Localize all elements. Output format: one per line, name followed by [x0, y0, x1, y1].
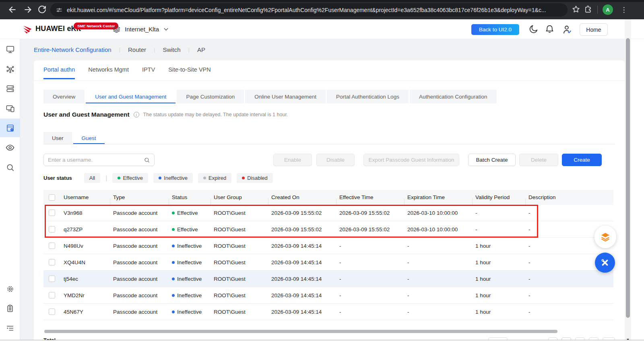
browser-menu-icon[interactable]: ⋮ — [620, 4, 627, 15]
sidebar-item-search[interactable] — [0, 158, 20, 177]
page-title-row: User and Guest Management i The status u… — [43, 111, 288, 118]
cell-effective-time: - — [336, 292, 404, 298]
batch-create-button[interactable]: Batch Create — [468, 154, 516, 166]
search-icon — [144, 157, 150, 163]
notifications-bell-icon[interactable] — [545, 24, 555, 34]
nav-router[interactable]: Router — [128, 46, 146, 53]
col-description: Description — [525, 194, 613, 200]
layers-icon — [112, 25, 121, 34]
table-row[interactable]: XQ4U4N Passcode account Ineffective ROOT… — [43, 254, 613, 271]
tab-site-to-site-vpn[interactable]: Site-to-Site VPN — [168, 66, 211, 79]
sidebar-item-logs[interactable] — [0, 299, 20, 318]
tab-portal-authentication-logs[interactable]: Portal Authentication Logs — [327, 90, 409, 103]
sidebar-item-settings[interactable] — [0, 280, 20, 298]
table-row[interactable]: V3n968 Passcode account Effective ROOT\G… — [43, 205, 613, 221]
filter-effective[interactable]: Effective — [112, 173, 148, 183]
site-name[interactable]: Internet_Klta — [125, 26, 159, 33]
cell-type: Passcode account — [110, 210, 169, 216]
tab-page-customization[interactable]: Page Customization — [177, 90, 244, 103]
nav-ap[interactable]: AP — [197, 46, 205, 53]
reload-icon[interactable] — [37, 4, 47, 15]
tab-user[interactable]: User — [43, 132, 72, 144]
create-button[interactable]: Create — [562, 154, 602, 166]
table-row[interactable]: q273ZP Passcode account Effective ROOT\G… — [43, 221, 613, 238]
subtabs-divider — [43, 144, 615, 144]
back-icon[interactable] — [6, 4, 17, 15]
cell-username: V3n968 — [60, 210, 110, 216]
cell-type: Passcode account — [110, 226, 169, 232]
filter-disabled[interactable]: Disabled — [237, 173, 273, 183]
cell-description: - — [525, 210, 613, 216]
sidebar-item-network-config[interactable] — [0, 119, 20, 137]
orange-layers-icon — [600, 231, 611, 243]
tab-guest[interactable]: Guest — [73, 132, 105, 144]
cell-validity-period: 1 hour — [472, 243, 525, 249]
extensions-icon[interactable] — [584, 5, 593, 14]
tab-networks-mgmt[interactable]: Networks Mgmt — [88, 66, 129, 79]
col-type: Type — [110, 194, 169, 200]
vertical-scrollbar-thumb[interactable] — [626, 38, 630, 318]
filter-ineffective[interactable]: Ineffective — [153, 173, 193, 183]
table-row[interactable]: tj54ec Passcode account Ineffective ROOT… — [43, 271, 613, 287]
site-selector[interactable]: Internet_Klta — [112, 23, 169, 35]
nav-entire-network[interactable]: Entire-Network Configuration — [34, 46, 111, 53]
cell-expiration-time: - — [404, 292, 472, 298]
row-checkbox[interactable] — [43, 243, 60, 249]
row-checkbox[interactable] — [43, 276, 60, 282]
user-account-icon[interactable] — [562, 24, 572, 34]
horizontal-scrollbar[interactable] — [44, 330, 557, 333]
dark-mode-moon-icon[interactable] — [528, 24, 539, 34]
row-checkbox[interactable] — [43, 210, 60, 216]
cell-expiration-time: - — [404, 259, 472, 265]
table-row[interactable]: N498Uv Passcode account Ineffective ROOT… — [43, 238, 613, 254]
row-checkbox[interactable] — [43, 309, 60, 315]
table-row[interactable]: YMD2Nr Passcode account Ineffective ROOT… — [43, 287, 613, 304]
url-text[interactable]: ekit.huawei.com/#/smeCloud/Platform?plat… — [67, 7, 546, 13]
floating-tools-button[interactable] — [595, 253, 615, 273]
select-all-checkbox[interactable] — [43, 194, 60, 201]
tab-user-guest-management[interactable]: User and Guest Management — [86, 90, 175, 103]
search-input[interactable] — [44, 157, 144, 163]
sidebar-item-servers[interactable] — [0, 79, 20, 98]
forward-icon[interactable] — [23, 4, 34, 15]
row-checkbox[interactable] — [43, 292, 60, 298]
bookmark-star-icon[interactable] — [572, 5, 581, 14]
nav-switch[interactable]: Switch — [163, 46, 180, 53]
site-info-icon[interactable] — [56, 6, 63, 14]
tab-authentication-configuration[interactable]: Authentication Configuration — [410, 90, 497, 103]
delete-button[interactable]: Delete — [519, 154, 558, 166]
cell-expiration-time: - — [404, 276, 472, 282]
table-row[interactable]: 45N67Y Passcode account Ineffective ROOT… — [43, 304, 613, 320]
filter-all[interactable]: All — [84, 173, 100, 183]
topology-icon — [6, 64, 15, 74]
enable-button[interactable]: Enable — [273, 154, 312, 166]
status-notice: The status update may be delayed. The up… — [143, 112, 288, 117]
tab-online-user-management[interactable]: Online User Management — [245, 90, 326, 103]
url-bar[interactable]: ekit.huawei.com/#/smeCloud/Platform?plat… — [50, 3, 568, 16]
vertical-scrollbar[interactable]: ▼ — [625, 19, 631, 343]
back-to-ui2-button[interactable]: Back to UI2.0 — [471, 24, 519, 35]
sidebar-item-devices-monitor[interactable] — [0, 40, 20, 58]
page-title: User and Guest Management — [43, 111, 130, 118]
home-button[interactable]: Home — [580, 23, 608, 36]
row-checkbox[interactable] — [43, 226, 60, 232]
username-search[interactable] — [43, 154, 155, 166]
sidebar-item-monitoring[interactable] — [0, 138, 20, 157]
disable-button[interactable]: Disable — [316, 154, 355, 166]
export-passcode-button[interactable]: Export Passcode Guest Information — [363, 154, 459, 166]
sidebar-collapse-menu[interactable] — [0, 319, 20, 337]
cell-expiration-time: - — [404, 309, 472, 315]
cell-status: Ineffective — [169, 276, 211, 282]
browser-profile-avatar[interactable]: A — [603, 4, 613, 15]
tab-iptv[interactable]: IPTV — [142, 66, 155, 79]
cell-user-group: ROOT\Guest — [211, 259, 268, 265]
sidebar-item-topology[interactable] — [0, 60, 20, 78]
floating-stack-button[interactable] — [594, 226, 616, 248]
filter-expired[interactable]: Expired — [198, 173, 231, 183]
table-header: Username Type Status User Group Created … — [43, 190, 613, 205]
cell-created-on: 2026-03-09 14:45:14 — [268, 243, 336, 249]
row-checkbox[interactable] — [43, 259, 60, 265]
tab-portal-authn[interactable]: Portal authn — [43, 66, 75, 79]
tab-overview[interactable]: Overview — [43, 90, 85, 103]
sidebar-item-terminals[interactable] — [0, 99, 20, 117]
